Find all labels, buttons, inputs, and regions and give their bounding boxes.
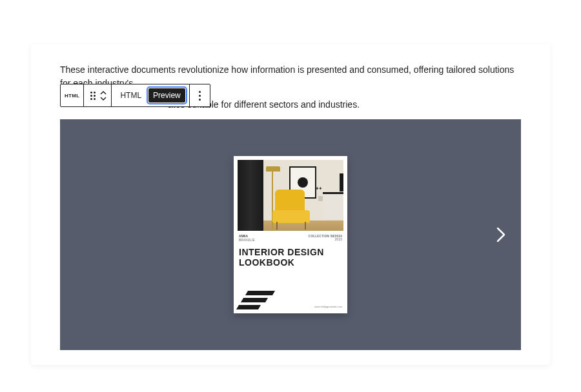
content-area: These interactive documents revolutioniz… <box>31 44 550 365</box>
tab-html[interactable]: HTML <box>116 88 146 103</box>
cover-photo <box>238 160 343 231</box>
lookbook-cover[interactable]: ANNA BRANDLIE COLLECTION 58/2024 2023 IN… <box>234 156 347 313</box>
chair-leg-graphic <box>276 222 278 230</box>
next-slide-button[interactable] <box>493 226 509 243</box>
cover-footer-url: www.reallygreatsite.com <box>314 305 342 308</box>
cover-meta-row: ANNA BRANDLIE COLLECTION 58/2024 2023 <box>234 231 347 243</box>
view-tabs-group: HTML Preview <box>112 84 189 106</box>
cover-meta-right: COLLECTION 58/2024 2023 <box>309 235 342 242</box>
cover-title: INTERIOR DESIGN LOOKBOOK <box>234 243 347 268</box>
title-line-2: LOOKBOOK <box>239 257 342 268</box>
chevron-right-icon <box>493 226 509 243</box>
block-mover <box>99 90 107 101</box>
more-options-button[interactable] <box>194 91 206 101</box>
lamp-shade-graphic <box>266 166 280 172</box>
more-options-group <box>190 84 210 106</box>
tv-unit-graphic <box>323 192 343 219</box>
chair-seat-graphic <box>272 210 310 223</box>
collection-year: 2023 <box>309 238 342 241</box>
author-label: ANNA <box>239 235 255 238</box>
chair-leg-graphic <box>305 222 306 230</box>
diagonal-pattern <box>238 291 274 309</box>
wardrobe-graphic <box>238 160 263 231</box>
move-down-button[interactable] <box>99 96 107 101</box>
html-preview-frame: ANNA BRANDLIE COLLECTION 58/2024 2023 IN… <box>60 119 521 350</box>
block-type-group: HTML <box>61 84 84 106</box>
editor-card: These interactive documents revolutioniz… <box>31 44 550 365</box>
title-line-1: INTERIOR DESIGN <box>239 247 342 257</box>
author-value: BRANDLIE <box>239 239 255 242</box>
block-type-label: HTML <box>65 93 79 99</box>
block-toolbar: HTML HTML Preview <box>60 84 210 107</box>
move-up-button[interactable] <box>99 90 107 95</box>
cover-meta-left: ANNA BRANDLIE <box>239 235 255 242</box>
block-mover-group <box>84 84 112 106</box>
drag-handle-icon[interactable] <box>90 92 96 100</box>
tab-preview[interactable]: Preview <box>148 88 185 103</box>
